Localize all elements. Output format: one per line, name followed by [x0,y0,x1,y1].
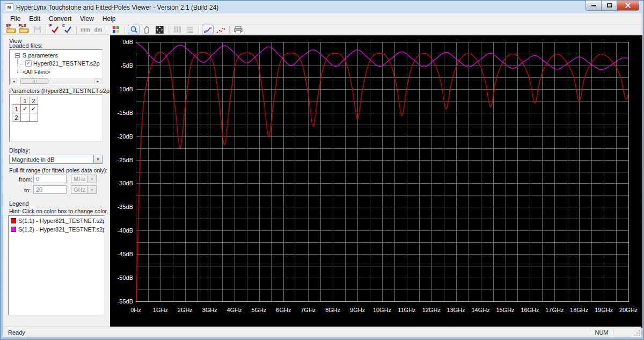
menu-edit[interactable]: Edit [25,13,45,24]
from-unit-combobox[interactable]: MHz ▼ [71,175,97,183]
units-mm-button[interactable]: mm [79,25,91,34]
tree-connector [17,73,21,73]
matrix-col-header-2: 2 [29,97,38,105]
units-dm-button[interactable]: dm [92,25,104,34]
sidebar: View Loaded files: S parameters ✓ Hyper8… [3,35,110,328]
sparameter-chart[interactable]: 0dB-5dB-10dB-15dB-20dB-25dB-30dB-35dB-40… [110,35,642,328]
loaded-files-tree: S parameters ✓ Hyper821_TESTNET.s2p <D <… [9,49,103,85]
tree-node-file[interactable]: ✓ Hyper821_TESTNET.s2p <D [25,60,101,67]
to-input[interactable]: 20 [33,185,67,194]
open-sparams-button[interactable]: SP [5,25,17,34]
svg-text:3GHz: 3GHz [202,307,217,313]
tree-file-label[interactable]: Hyper821_TESTNET.s2p <D [33,60,101,67]
open-poles-button[interactable]: PLS [18,25,30,34]
svg-text:13GHz: 13GHz [447,307,465,313]
toolbar-separator [46,26,46,34]
minimize-icon [591,5,596,6]
legend-hint: Hint: Click on color box to change color… [9,208,108,214]
curve-points-icon [216,26,225,33]
menu-file[interactable]: File [6,13,25,24]
toolbar-separator [76,26,77,34]
show-curves-button[interactable] [202,25,214,34]
scroll-right-arrow[interactable]: ► [94,78,101,84]
grid-lines [136,42,629,302]
app-window: M HyperLynx Touchstone and Fitted-Poles … [0,0,644,340]
statusbar: Ready NUM [3,327,641,337]
to-unit-value: GHz [71,186,87,193]
dropdown-arrow-icon[interactable]: ▼ [93,155,102,163]
maximize-button[interactable] [602,1,617,11]
matrix-cell-2-1[interactable] [20,113,30,122]
svg-text:1GHz: 1GHz [153,307,168,313]
toolbar-separator [125,26,125,34]
menu-help[interactable]: Help [98,13,120,24]
y-axis-labels: 0dB-5dB-10dB-15dB-20dB-25dB-30dB-35dB-40… [118,39,133,305]
svg-text:17GHz: 17GHz [545,307,564,313]
legend-color-box[interactable] [11,227,16,232]
tree-node-label[interactable]: <All Files> [23,69,50,75]
menu-convert[interactable]: Convert [45,13,76,24]
toolbar-separator [107,26,107,34]
svg-text:-45dB: -45dB [118,251,133,257]
hand-icon [143,26,150,34]
curve-line-icon [203,26,212,33]
scrollbar-thumb[interactable] [20,78,48,84]
close-button[interactable] [617,1,639,11]
save-button[interactable] [31,25,43,34]
legend-item-label: S(1,2) - Hyper821_TESTNET.s2p (mag [18,226,104,233]
matrix-cell-1-1-checked[interactable]: ✓ [20,104,30,113]
save-disk-icon [33,26,41,33]
tree-node-sparameters[interactable]: S parameters [15,52,58,59]
printer-icon [234,26,243,33]
legend-color-box[interactable] [11,218,16,223]
matrix-col-header-1: 1 [20,97,30,105]
parameters-label: Parameters (Hyper821_TESTNET.s2p): [9,88,113,94]
dropdown-arrow-icon[interactable]: ▼ [87,186,96,193]
zoom-tool-button[interactable] [128,25,140,34]
tree-horizontal-scrollbar[interactable]: ◄ ► [10,78,101,84]
show-poles-button[interactable] [215,25,226,34]
app-icon[interactable]: M [5,3,13,11]
scroll-left-arrow[interactable]: ◄ [10,78,17,84]
svg-text:-30dB: -30dB [118,180,133,186]
menu-view[interactable]: View [76,13,98,24]
legend-item-0: S(1,1) - Hyper821_TESTNET.s2p (mag [10,216,104,225]
collapse-icon[interactable] [15,53,20,58]
parameters-matrix: 121✓✓2 [12,97,38,122]
print-button[interactable] [232,25,244,34]
svg-text:10GHz: 10GHz [373,307,391,313]
color-squares-icon [112,26,120,33]
svg-text:14GHz: 14GHz [471,307,489,313]
pan-tool-button[interactable] [141,25,152,34]
matrix-cell-1-2-checked[interactable]: ✓ [29,104,38,113]
vertical-grid-button[interactable] [171,25,183,34]
sparameter-plot[interactable]: 0dB-5dB-10dB-15dB-20dB-25dB-30dB-35dB-40… [110,35,642,328]
display-combobox[interactable]: Magnitude in dB ▼ [9,155,103,164]
legend-item-label: S(1,1) - Hyper821_TESTNET.s2p (mag [18,218,104,224]
toolbar: SP PLS P C mm dm [3,25,641,35]
colors-button[interactable] [110,25,122,34]
check-passivity-button[interactable]: P [49,25,61,34]
matrix-cell-2-2[interactable] [29,113,38,122]
from-input[interactable]: 0 [33,175,67,183]
tree-node-label[interactable]: S parameters [23,52,58,59]
matrix-row-header-1: 1 [12,104,21,113]
horizontal-grid-button[interactable] [184,25,196,34]
titlebar[interactable]: M HyperLynx Touchstone and Fitted-Poles … [3,1,641,13]
svg-text:12GHz: 12GHz [422,307,441,313]
minimize-button[interactable] [586,1,602,11]
resize-grip[interactable] [633,329,641,337]
menubar: FileEditConvertViewHelp [3,13,641,25]
svg-text:19GHz: 19GHz [595,307,613,313]
file-checkbox-checked[interactable]: ✓ [25,60,32,67]
maximize-icon [607,3,612,8]
check-causality-button[interactable]: C [62,25,74,34]
horizontal-lines-icon [186,26,194,33]
svg-text:0Hz: 0Hz [130,307,141,313]
to-unit-combobox[interactable]: GHz ▼ [71,185,97,194]
legend-section-label: Legend [9,200,29,207]
dropdown-arrow-icon[interactable]: ▼ [87,175,96,183]
svg-text:7GHz: 7GHz [301,307,316,313]
tree-node-all-files[interactable]: <All Files> [23,69,50,75]
fit-view-button[interactable] [153,25,165,34]
